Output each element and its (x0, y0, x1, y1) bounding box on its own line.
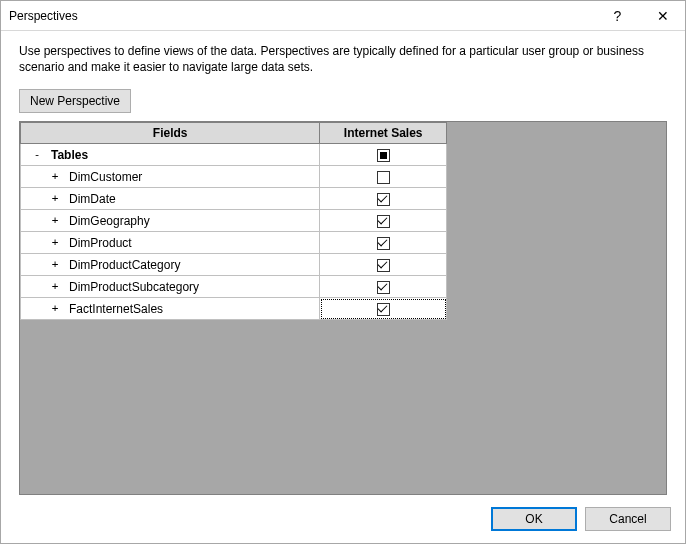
checkbox-tristate[interactable] (377, 149, 390, 162)
expand-toggle[interactable]: + (49, 280, 61, 293)
table-row-root: - Tables (21, 144, 447, 166)
checkbox[interactable] (377, 281, 390, 294)
row-label: DimDate (69, 192, 116, 206)
checkbox[interactable] (377, 171, 390, 184)
column-header-fields[interactable]: Fields (21, 123, 320, 144)
perspectives-table: Fields Internet Sales - Tables (20, 122, 447, 320)
column-header-perspective[interactable]: Internet Sales (320, 123, 447, 144)
expand-toggle[interactable]: + (49, 258, 61, 271)
window-title: Perspectives (9, 9, 595, 23)
description-text: Use perspectives to define views of the … (19, 43, 667, 75)
table-row: +DimProductSubcategory (21, 276, 447, 298)
checkbox[interactable] (377, 215, 390, 228)
table-row: +DimProductCategory (21, 254, 447, 276)
checkbox[interactable] (377, 237, 390, 250)
row-label: DimGeography (69, 214, 150, 228)
help-button[interactable]: ? (595, 1, 640, 31)
table-row: +DimProduct (21, 232, 447, 254)
table-row: +DimGeography (21, 210, 447, 232)
row-label: Tables (51, 148, 88, 162)
dialog-footer: OK Cancel (1, 495, 685, 543)
perspectives-dialog: Perspectives ? ✕ Use perspectives to def… (0, 0, 686, 544)
expand-toggle[interactable]: + (49, 214, 61, 227)
dialog-content: Use perspectives to define views of the … (1, 31, 685, 495)
grid-area: Fields Internet Sales - Tables (19, 121, 667, 495)
row-label: DimProductSubcategory (69, 280, 199, 294)
table-row: +DimDate (21, 188, 447, 210)
expand-toggle[interactable]: + (49, 170, 61, 183)
close-button[interactable]: ✕ (640, 1, 685, 31)
collapse-toggle[interactable]: - (31, 148, 43, 161)
cancel-button[interactable]: Cancel (585, 507, 671, 531)
checkbox[interactable] (377, 259, 390, 272)
table-row: +DimCustomer (21, 166, 447, 188)
titlebar: Perspectives ? ✕ (1, 1, 685, 31)
checkbox[interactable] (377, 193, 390, 206)
expand-toggle[interactable]: + (49, 192, 61, 205)
row-label: DimProduct (69, 236, 132, 250)
row-label: DimProductCategory (69, 258, 180, 272)
table-row: +FactInternetSales (21, 298, 447, 320)
checkbox[interactable] (377, 303, 390, 316)
table-body: - Tables +DimCustomer+DimDate+DimGeograp… (21, 144, 447, 320)
row-label: DimCustomer (69, 170, 142, 184)
new-perspective-button[interactable]: New Perspective (19, 89, 131, 113)
row-label: FactInternetSales (69, 302, 163, 316)
expand-toggle[interactable]: + (49, 302, 61, 315)
ok-button[interactable]: OK (491, 507, 577, 531)
expand-toggle[interactable]: + (49, 236, 61, 249)
